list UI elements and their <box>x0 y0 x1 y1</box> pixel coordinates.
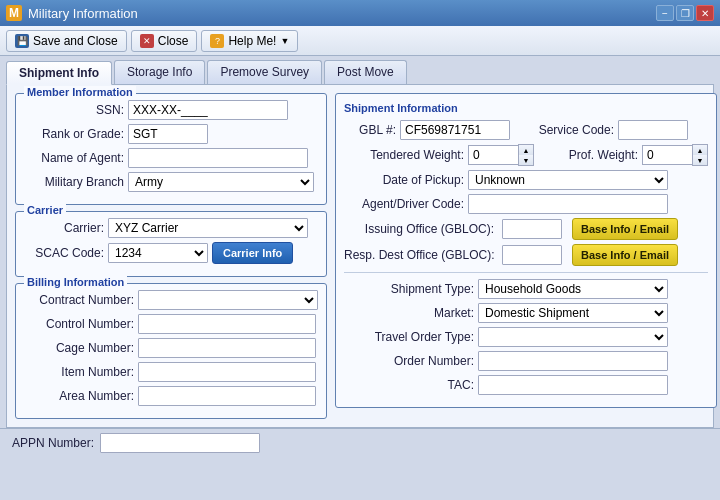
resp-base-info-button[interactable]: Base Info / Email <box>572 244 678 266</box>
rank-row: Rank or Grade: <box>24 124 318 144</box>
pickup-row: Date of Pickup: Unknown <box>344 170 708 190</box>
restore-button[interactable]: ❐ <box>676 5 694 21</box>
rank-input[interactable] <box>128 124 208 144</box>
order-number-label: Order Number: <box>344 354 474 368</box>
agent-input[interactable] <box>128 148 308 168</box>
pickup-label: Date of Pickup: <box>344 173 464 187</box>
shipment-type-select[interactable]: Household Goods Other <box>478 279 668 299</box>
agent-driver-label: Agent/Driver Code: <box>344 197 464 211</box>
prof-down-btn[interactable]: ▼ <box>693 155 707 165</box>
tab-post-move[interactable]: Post Move <box>324 60 407 84</box>
market-select[interactable]: Domestic Shipment International <box>478 303 668 323</box>
shipment-type-row: Shipment Type: Household Goods Other <box>344 279 708 299</box>
shipment-type-label: Shipment Type: <box>344 282 474 296</box>
branch-row: Military Branch Army Navy Air Force Mari… <box>24 172 318 192</box>
toolbar: 💾 Save and Close ✕ Close ? Help Me! ▼ <box>0 26 720 56</box>
carrier-label: Carrier: <box>24 221 104 235</box>
prof-weight-spinner[interactable]: ▲ ▼ <box>642 144 708 166</box>
tab-shipment-info[interactable]: Shipment Info <box>6 61 112 85</box>
control-input[interactable] <box>138 314 316 334</box>
weight-row: Tendered Weight: ▲ ▼ Prof. Weight: ▲ ▼ <box>344 144 708 166</box>
scac-select[interactable]: 1234 <box>108 243 208 263</box>
scac-label: SCAC Code: <box>24 246 104 260</box>
carrier-section-label: Carrier <box>24 204 66 216</box>
contract-row: Contract Number: <box>24 290 318 310</box>
appn-label: APPN Number: <box>12 436 94 450</box>
tendered-label: Tendered Weight: <box>344 148 464 162</box>
agent-driver-input[interactable] <box>468 194 668 214</box>
app-icon: M <box>6 5 22 21</box>
tendered-down-btn[interactable]: ▼ <box>519 155 533 165</box>
agent-row: Name of Agent: <box>24 148 318 168</box>
issuing-base-info-button[interactable]: Base Info / Email <box>572 218 678 240</box>
shipment-info-label: Shipment Information <box>344 102 708 114</box>
travel-order-select[interactable] <box>478 327 668 347</box>
window-close-button[interactable]: ✕ <box>696 5 714 21</box>
member-information-section: Member Information SSN: Rank or Grade: N… <box>15 93 327 205</box>
item-label: Item Number: <box>24 365 134 379</box>
pickup-select[interactable]: Unknown <box>468 170 668 190</box>
save-and-close-button[interactable]: 💾 Save and Close <box>6 30 127 52</box>
close-icon: ✕ <box>140 34 154 48</box>
tac-label: TAC: <box>344 378 474 392</box>
billing-label: Billing Information <box>24 276 127 288</box>
cage-input[interactable] <box>138 338 316 358</box>
window-title: Military Information <box>28 6 138 21</box>
order-number-row: Order Number: <box>344 351 708 371</box>
tab-bar: Shipment Info Storage Info Premove Surve… <box>0 56 720 84</box>
close-button[interactable]: ✕ Close <box>131 30 198 52</box>
resp-label: Resp. Dest Office (GBLOC): <box>344 248 494 262</box>
gbl-input[interactable] <box>400 120 510 140</box>
left-panel: Member Information SSN: Rank or Grade: N… <box>15 93 327 419</box>
service-code-label: Service Code: <box>524 123 614 137</box>
tendered-weight-spinner[interactable]: ▲ ▼ <box>468 144 534 166</box>
area-input[interactable] <box>138 386 316 406</box>
tab-premove-survey[interactable]: Premove Survey <box>207 60 322 84</box>
tendered-up-btn[interactable]: ▲ <box>519 145 533 155</box>
market-row: Market: Domestic Shipment International <box>344 303 708 323</box>
agent-label: Name of Agent: <box>24 151 124 165</box>
member-info-label: Member Information <box>24 86 136 98</box>
tac-row: TAC: <box>344 375 708 395</box>
billing-section: Billing Information Contract Number: Con… <box>15 283 327 419</box>
area-label: Area Number: <box>24 389 134 403</box>
carrier-info-button[interactable]: Carrier Info <box>212 242 293 264</box>
appn-input[interactable] <box>100 433 260 453</box>
issuing-input[interactable] <box>502 219 562 239</box>
ssn-row: SSN: <box>24 100 318 120</box>
resp-row: Resp. Dest Office (GBLOC): Base Info / E… <box>344 244 708 266</box>
tac-input[interactable] <box>478 375 668 395</box>
help-button[interactable]: ? Help Me! ▼ <box>201 30 298 52</box>
carrier-section: Carrier Carrier: XYZ Carrier SCAC Code: … <box>15 211 327 277</box>
prof-weight-label: Prof. Weight: <box>548 148 638 162</box>
divider <box>344 272 708 273</box>
item-row: Item Number: <box>24 362 318 382</box>
scac-row: SCAC Code: 1234 Carrier Info <box>24 242 318 264</box>
travel-order-label: Travel Order Type: <box>344 330 474 344</box>
travel-order-row: Travel Order Type: <box>344 327 708 347</box>
service-code-input[interactable] <box>618 120 688 140</box>
main-content: Member Information SSN: Rank or Grade: N… <box>6 84 714 428</box>
rank-label: Rank or Grade: <box>24 127 124 141</box>
issuing-row: Issuing Office (GBLOC): Base Info / Emai… <box>344 218 708 240</box>
tendered-weight-input[interactable] <box>468 145 518 165</box>
carrier-select[interactable]: XYZ Carrier <box>108 218 308 238</box>
shipment-info-section: Shipment Information GBL #: Service Code… <box>335 93 717 408</box>
prof-up-btn[interactable]: ▲ <box>693 145 707 155</box>
right-panel: Shipment Information GBL #: Service Code… <box>335 93 717 419</box>
branch-select[interactable]: Army Navy Air Force Marines Coast Guard <box>128 172 314 192</box>
ssn-input[interactable] <box>128 100 288 120</box>
resp-input[interactable] <box>502 245 562 265</box>
order-number-input[interactable] <box>478 351 668 371</box>
contract-select[interactable] <box>138 290 318 310</box>
prof-weight-input[interactable] <box>642 145 692 165</box>
tab-storage-info[interactable]: Storage Info <box>114 60 205 84</box>
area-row: Area Number: <box>24 386 318 406</box>
item-input[interactable] <box>138 362 316 382</box>
bottom-bar: APPN Number: <box>0 428 720 456</box>
contract-label: Contract Number: <box>24 293 134 307</box>
agent-driver-row: Agent/Driver Code: <box>344 194 708 214</box>
control-label: Control Number: <box>24 317 134 331</box>
cage-label: Cage Number: <box>24 341 134 355</box>
minimize-button[interactable]: − <box>656 5 674 21</box>
